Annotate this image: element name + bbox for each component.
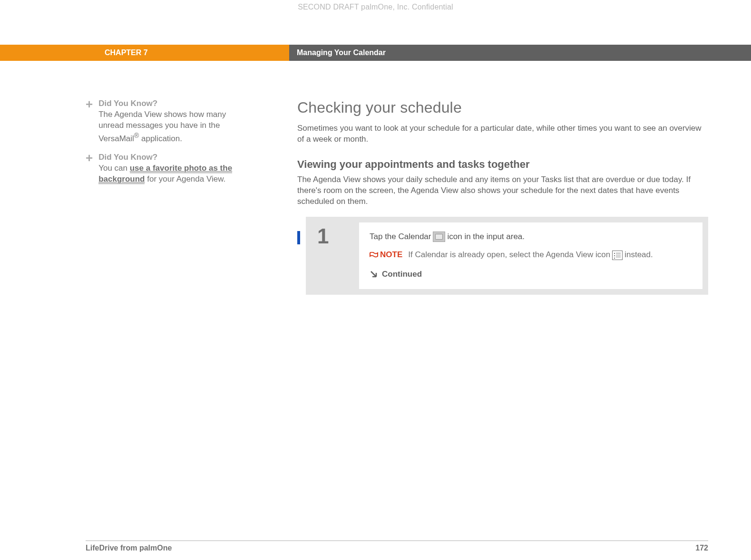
page-footer: LifeDrive from palmOne 172: [86, 541, 708, 552]
text: Tap the Calendar: [370, 231, 431, 243]
main-content: Checking your schedule Sometimes you wan…: [257, 99, 708, 295]
didyouknow-title: Did You Know?: [98, 99, 238, 108]
didyouknow-body: You can use a favorite photo as the back…: [98, 163, 238, 185]
continued-arrow-icon: [370, 270, 378, 279]
text: You can: [98, 164, 130, 173]
step-block: 1 Tap the Calendar icon in the input are…: [297, 217, 708, 295]
continued-indicator: Continued: [370, 269, 692, 280]
didyouknow-body: The Agenda View shows how many unread me…: [98, 109, 238, 144]
didyouknow-item: + Did You Know? You can use a favorite p…: [86, 153, 238, 185]
calendar-icon: [433, 232, 445, 242]
step-content: Tap the Calendar icon in the input area.…: [359, 222, 702, 289]
revision-mark: [297, 231, 300, 244]
note-label-text: NOTE: [380, 249, 402, 261]
note-flag-icon: [370, 251, 378, 259]
text: If Calendar is already open, select the …: [408, 249, 610, 261]
agenda-view-icon: [612, 251, 623, 260]
page-heading: Checking your schedule: [297, 99, 708, 116]
didyouknow-item: + Did You Know? The Agenda View shows ho…: [86, 99, 238, 144]
note-line: NOTE If Calendar is already open, select…: [370, 249, 692, 261]
step-number: 1: [312, 222, 359, 289]
text: icon in the input area.: [447, 231, 525, 243]
note-label: NOTE: [370, 249, 402, 261]
intro-paragraph: Sometimes you want to look at your sched…: [297, 123, 708, 145]
plus-icon: +: [86, 100, 93, 108]
chapter-title: Managing Your Calendar: [289, 45, 751, 61]
text: instead.: [624, 249, 653, 261]
plus-icon: +: [86, 154, 93, 162]
footer-product: LifeDrive from palmOne: [86, 544, 172, 552]
section-paragraph: The Agenda View shows your daily schedul…: [297, 174, 708, 207]
text: for your Agenda View.: [145, 174, 225, 183]
sidebar: + Did You Know? The Agenda View shows ho…: [86, 99, 257, 295]
text: application.: [139, 134, 182, 143]
section-heading: Viewing your appointments and tasks toge…: [297, 158, 708, 171]
step-instruction: Tap the Calendar icon in the input area.: [370, 231, 692, 243]
didyouknow-title: Did You Know?: [98, 153, 238, 162]
step-box: 1 Tap the Calendar icon in the input are…: [306, 217, 708, 295]
continued-text: Continued: [382, 269, 422, 280]
confidential-header: SECOND DRAFT palmOne, Inc. Confidential: [0, 0, 751, 11]
chapter-header-bar: CHAPTER 7 Managing Your Calendar: [0, 45, 751, 61]
registered-mark: ®: [134, 132, 139, 139]
content-area: + Did You Know? The Agenda View shows ho…: [0, 61, 751, 295]
footer-page-number: 172: [695, 544, 708, 552]
chapter-label: CHAPTER 7: [0, 45, 289, 61]
